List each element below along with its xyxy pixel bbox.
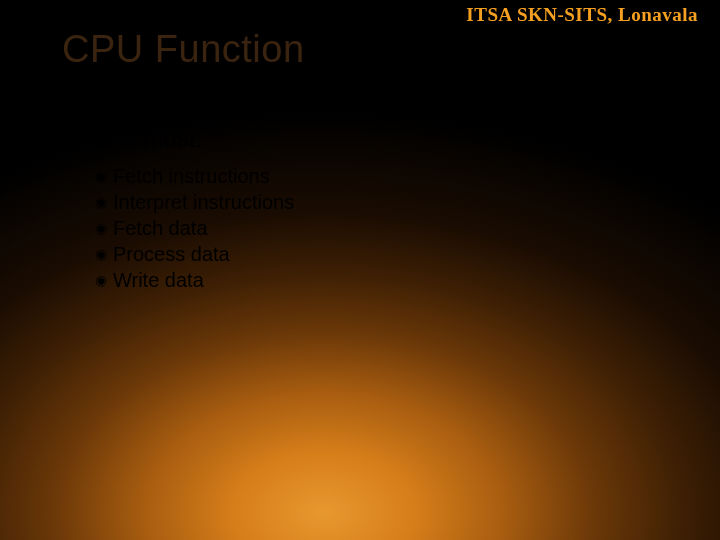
slide-title: CPU Function xyxy=(62,28,305,71)
sub-bullet-list: ◉ Fetch instructions ◉ Interpret instruc… xyxy=(95,165,294,292)
bullet-level2: ◉ Write data xyxy=(95,269,294,292)
square-bullet-icon xyxy=(60,132,72,144)
bullet-level2: ◉ Fetch instructions xyxy=(95,165,294,188)
circle-bullet-icon: ◉ xyxy=(95,246,107,262)
circle-bullet-icon: ◉ xyxy=(95,220,107,236)
bullet-level2: ◉ Fetch data xyxy=(95,217,294,240)
bullet-level2: ◉ Process data xyxy=(95,243,294,266)
bullet-level2-text: Interpret instructions xyxy=(113,191,294,214)
slide-content: CPU must: ◉ Fetch instructions ◉ Interpr… xyxy=(60,125,294,295)
bullet-level2: ◉ Interpret instructions xyxy=(95,191,294,214)
bullet-level1: CPU must: xyxy=(60,125,294,153)
header-org-label: ITSA SKN-SITS, Lonavala xyxy=(466,4,698,26)
circle-bullet-icon: ◉ xyxy=(95,168,107,184)
circle-bullet-icon: ◉ xyxy=(95,194,107,210)
bullet-level2-text: Fetch data xyxy=(113,217,208,240)
bullet-level2-text: Process data xyxy=(113,243,230,266)
bullet-level2-text: Fetch instructions xyxy=(113,165,270,188)
circle-bullet-icon: ◉ xyxy=(95,272,107,288)
bullet-level2-text: Write data xyxy=(113,269,204,292)
bullet-level1-text: CPU must: xyxy=(86,125,202,153)
